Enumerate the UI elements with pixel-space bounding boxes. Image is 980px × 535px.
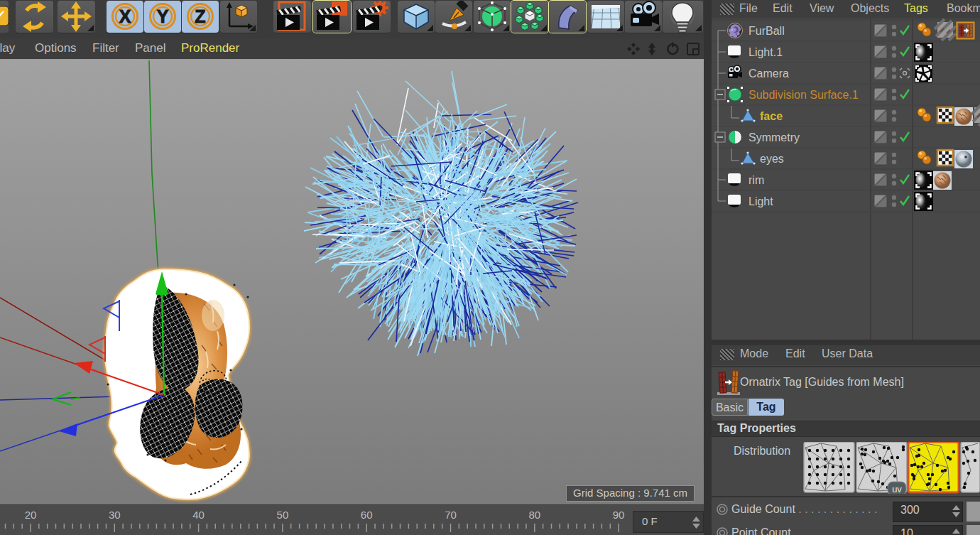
svg-text:Symmetry: Symmetry (748, 131, 800, 144)
svg-text:Light: Light (748, 195, 773, 207)
svg-text:rim: rim (748, 174, 764, 186)
svg-text:Z: Z (195, 6, 205, 26)
svg-text:Camera: Camera (748, 67, 789, 80)
svg-text:X: X (119, 6, 131, 26)
svg-text:eyes: eyes (760, 153, 784, 165)
svg-text:FurBall: FurBall (748, 25, 785, 37)
svg-text:Subdivision Surface.1: Subdivision Surface.1 (748, 89, 859, 101)
svg-text:Light.1: Light.1 (748, 46, 783, 58)
svg-text:Y: Y (157, 6, 169, 26)
svg-text:uv: uv (892, 484, 902, 495)
svg-text:face: face (760, 110, 783, 122)
